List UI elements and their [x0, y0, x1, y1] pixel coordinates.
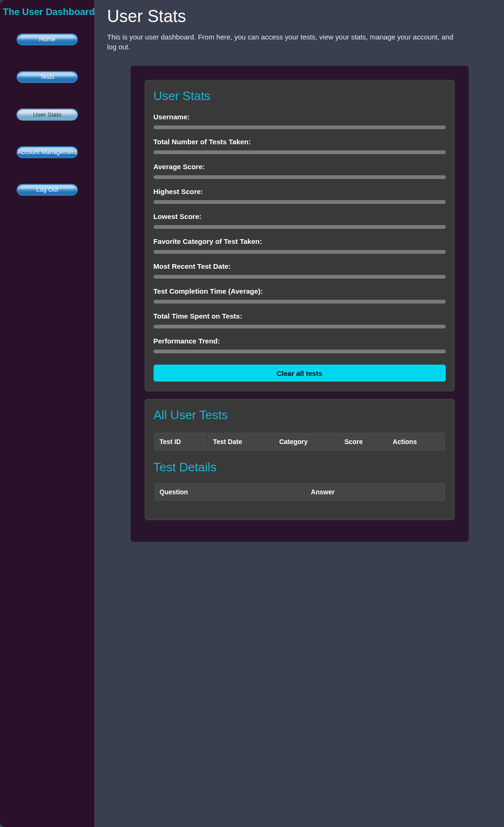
- all-user-tests-card: All User Tests Test ID Test Date Categor…: [145, 399, 455, 520]
- stat-progress: [154, 300, 446, 304]
- stat-label: Total Number of Tests Taken:: [154, 138, 446, 146]
- test-details-heading: Test Details: [154, 460, 446, 475]
- stat-performance-trend: Performance Trend:: [154, 337, 446, 353]
- stat-label: Total Time Spent on Tests:: [154, 312, 446, 320]
- stat-progress: [154, 275, 446, 279]
- tests-table: Test ID Test Date Category Score Actions: [154, 432, 446, 452]
- sidebar-title: The User Dashboard: [0, 5, 94, 20]
- tests-col-id: Test ID: [155, 433, 207, 451]
- tests-col-date: Test Date: [208, 433, 273, 451]
- nav-home[interactable]: Home: [16, 33, 78, 46]
- stat-progress: [154, 225, 446, 229]
- sidebar-nav: Home Tests User Stats Account Management…: [0, 33, 94, 196]
- stat-label: Most Recent Test Date:: [154, 262, 446, 270]
- stat-label: Test Completion Time (Average):: [154, 287, 446, 295]
- sidebar: The User Dashboard Home Tests User Stats…: [0, 0, 95, 827]
- stat-label: Lowest Score:: [154, 212, 446, 220]
- nav-tests[interactable]: Tests: [16, 71, 78, 83]
- stat-label: Username:: [154, 113, 446, 121]
- stat-progress: [154, 250, 446, 254]
- nav-account-management[interactable]: Account Management: [16, 146, 78, 158]
- nav-logout[interactable]: Log Out: [16, 184, 78, 196]
- clear-all-tests-button[interactable]: Clear all tests: [154, 365, 446, 382]
- stat-recent-date: Most Recent Test Date:: [154, 262, 446, 279]
- stat-total-time: Total Time Spent on Tests:: [154, 312, 446, 328]
- tests-col-actions: Actions: [388, 433, 444, 451]
- stat-label: Favorite Category of Test Taken:: [154, 237, 446, 245]
- stat-progress: [154, 175, 446, 179]
- stat-average-score: Average Score:: [154, 163, 446, 179]
- stat-progress: [154, 125, 446, 129]
- details-col-answer: Answer: [306, 483, 445, 501]
- stat-username: Username:: [154, 113, 446, 129]
- user-stats-heading: User Stats: [154, 89, 446, 103]
- nav-user-stats[interactable]: User Stats: [16, 109, 78, 121]
- test-details-table: Question Answer: [154, 482, 446, 502]
- stat-progress: [154, 150, 446, 154]
- all-user-tests-heading: All User Tests: [154, 408, 446, 422]
- stat-label: Highest Score:: [154, 187, 446, 195]
- stat-favorite-category: Favorite Category of Test Taken:: [154, 237, 446, 254]
- tests-col-score: Score: [339, 433, 387, 451]
- stat-progress: [154, 200, 446, 204]
- stat-completion-time: Test Completion Time (Average):: [154, 287, 446, 304]
- stat-progress: [154, 325, 446, 328]
- stat-lowest-score: Lowest Score:: [154, 212, 446, 229]
- stat-label: Average Score:: [154, 163, 446, 171]
- page-description: This is your user dashboard. From here, …: [107, 32, 464, 52]
- dashboard-card: User Stats Username: Total Number of Tes…: [131, 66, 469, 542]
- stat-highest-score: Highest Score:: [154, 187, 446, 204]
- details-col-question: Question: [155, 483, 305, 501]
- stat-total-tests: Total Number of Tests Taken:: [154, 138, 446, 154]
- stat-progress: [154, 350, 446, 353]
- main-content: User Stats This is your user dashboard. …: [95, 0, 504, 827]
- user-stats-card: User Stats Username: Total Number of Tes…: [145, 80, 455, 391]
- page-title: User Stats: [107, 7, 492, 26]
- stat-label: Performance Trend:: [154, 337, 446, 345]
- tests-col-category: Category: [274, 433, 338, 451]
